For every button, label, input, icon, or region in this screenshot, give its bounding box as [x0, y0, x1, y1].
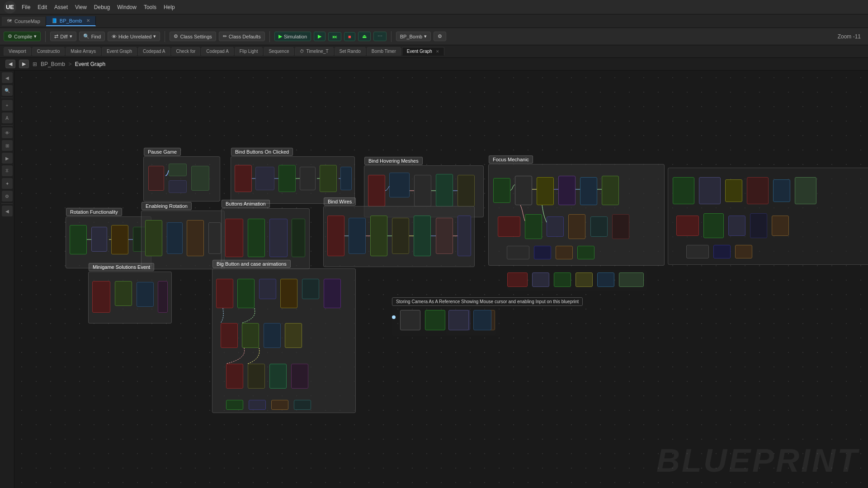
- node-ba-3[interactable]: [269, 219, 288, 257]
- node-bb-18[interactable]: [294, 400, 311, 410]
- node-ba-4[interactable]: [292, 219, 305, 257]
- tab-sequence[interactable]: Sequence: [264, 47, 294, 56]
- node-bw-1[interactable]: [327, 216, 344, 256]
- tab-close-button[interactable]: ✕: [86, 18, 90, 23]
- node-bb-13[interactable]: [269, 364, 287, 389]
- node-mg-2[interactable]: [115, 281, 132, 306]
- node-bb-5[interactable]: [302, 279, 319, 299]
- node-bb-1[interactable]: [216, 279, 233, 308]
- sidebar-icon-collapse-bottom[interactable]: ◀: [2, 206, 13, 216]
- tab-bomb-timer[interactable]: Bomb Timer: [367, 47, 401, 56]
- node-bb-15[interactable]: [226, 400, 243, 410]
- node-bt-4[interactable]: [576, 272, 593, 287]
- node-fm-5[interactable]: [580, 177, 597, 205]
- node-bw-7[interactable]: [458, 216, 471, 256]
- tab-event-graph-active[interactable]: Event Graph ✕: [402, 47, 444, 56]
- node-er-4[interactable]: [208, 222, 221, 254]
- node-fm-16[interactable]: [577, 246, 594, 259]
- class-defaults-button[interactable]: ✏ Class Defaults: [219, 32, 265, 41]
- node-mouse-2[interactable]: [473, 310, 491, 330]
- node-bw-5[interactable]: [414, 216, 431, 256]
- sidebar-icon-v3[interactable]: ✦: [2, 178, 13, 189]
- blueprint-dropdown[interactable]: BP_Bomb ▾: [396, 32, 431, 41]
- more-button[interactable]: ⋯: [373, 32, 387, 41]
- breadcrumb-root[interactable]: BP_Bomb: [41, 61, 65, 67]
- node-fm-1[interactable]: [493, 178, 510, 203]
- sidebar-icon-search[interactable]: 🔍: [2, 85, 13, 96]
- node-fm-14[interactable]: [534, 246, 551, 259]
- sidebar-icon-add[interactable]: +: [2, 100, 13, 111]
- node-bh-2[interactable]: [389, 173, 410, 197]
- node-fm-9[interactable]: [547, 216, 564, 237]
- node-bb-2[interactable]: [237, 279, 255, 308]
- play-button[interactable]: ▶: [314, 32, 326, 41]
- stop-button[interactable]: ■: [344, 32, 355, 41]
- node-bh-1[interactable]: [368, 175, 385, 206]
- node-fm-3[interactable]: [537, 177, 554, 205]
- node-block-4[interactable]: [191, 166, 209, 191]
- node-bh-5[interactable]: [458, 175, 475, 206]
- node-bt-2[interactable]: [532, 272, 549, 287]
- node-bh-3[interactable]: [414, 175, 431, 206]
- node-fe-4[interactable]: [747, 177, 769, 204]
- node-fe-5[interactable]: [773, 179, 790, 202]
- menu-asset[interactable]: Asset: [54, 4, 68, 10]
- tab-timeline[interactable]: ⏱ Timeline_T: [295, 47, 333, 56]
- node-fm-6[interactable]: [602, 176, 619, 205]
- node-b-1[interactable]: [235, 165, 252, 192]
- node-fm-15[interactable]: [556, 246, 573, 259]
- node-mg-3[interactable]: [137, 282, 154, 307]
- node-bb-16[interactable]: [249, 400, 266, 410]
- node-fm-11[interactable]: [590, 216, 608, 237]
- node-er-1[interactable]: [145, 220, 162, 256]
- tab-make-arrays[interactable]: Make Arrays: [66, 47, 101, 56]
- hide-unrelated-button[interactable]: 👁 Hide Unrelated ▾: [108, 32, 160, 41]
- menu-edit[interactable]: Edit: [38, 4, 47, 10]
- node-b-2[interactable]: [255, 167, 274, 190]
- menu-debug[interactable]: Debug: [94, 4, 110, 10]
- sidebar-icon-a[interactable]: A: [2, 113, 13, 123]
- tab-event-graph[interactable]: Event Graph: [102, 47, 137, 56]
- node-fm-8[interactable]: [525, 214, 542, 239]
- menu-view[interactable]: View: [75, 4, 87, 10]
- compile-button[interactable]: ⚙ Compile ▾: [4, 32, 41, 41]
- hide-dropdown-icon[interactable]: ▾: [153, 33, 156, 39]
- node-er-2[interactable]: [167, 222, 183, 254]
- node-b-4[interactable]: [300, 167, 316, 190]
- sidebar-icon-grid[interactable]: ⊞: [2, 140, 13, 151]
- node-fm-13[interactable]: [507, 246, 529, 259]
- node-bb-17[interactable]: [271, 400, 288, 410]
- find-button[interactable]: 🔍 Find: [79, 32, 105, 41]
- node-cam-2[interactable]: [425, 310, 445, 330]
- tab-set-rando[interactable]: Set Rando: [335, 47, 366, 56]
- tab-viewport[interactable]: Viewport: [4, 47, 31, 56]
- node-bb-12[interactable]: [248, 364, 265, 389]
- node-fe-12[interactable]: [686, 245, 709, 258]
- node-block-2[interactable]: [169, 164, 187, 176]
- node-b-6[interactable]: [340, 167, 352, 190]
- node-fe-13[interactable]: [713, 245, 731, 258]
- node-cam-wire[interactable]: [392, 315, 396, 319]
- node-b-5[interactable]: [320, 165, 337, 192]
- nav-back-button[interactable]: ◀: [5, 60, 15, 68]
- node-fm-12[interactable]: [612, 214, 629, 239]
- menu-help[interactable]: Help: [164, 4, 175, 10]
- node-bt-6[interactable]: [619, 272, 644, 287]
- menu-window[interactable]: Window: [117, 4, 137, 10]
- node-ba-1[interactable]: [225, 219, 243, 257]
- node-bt-1[interactable]: [507, 272, 528, 287]
- tab-check-for[interactable]: Check for: [171, 47, 201, 56]
- node-er-3[interactable]: [187, 220, 204, 256]
- node-fe-3[interactable]: [725, 179, 742, 202]
- diff-dropdown-icon[interactable]: ▾: [70, 33, 72, 39]
- sidebar-icon-collapse[interactable]: ◀: [2, 72, 13, 83]
- node-rf-2[interactable]: [91, 227, 107, 252]
- node-fe-9[interactable]: [728, 216, 745, 236]
- node-fe-1[interactable]: [673, 177, 694, 204]
- diff-button[interactable]: ⇄ Diff ▾: [50, 32, 76, 41]
- node-bb-3[interactable]: [259, 279, 276, 299]
- tab-codepad-a-1[interactable]: Codepad A: [138, 47, 170, 56]
- node-bb-6[interactable]: [324, 279, 341, 308]
- node-fe-8[interactable]: [703, 213, 724, 238]
- node-bb-14[interactable]: [291, 364, 308, 389]
